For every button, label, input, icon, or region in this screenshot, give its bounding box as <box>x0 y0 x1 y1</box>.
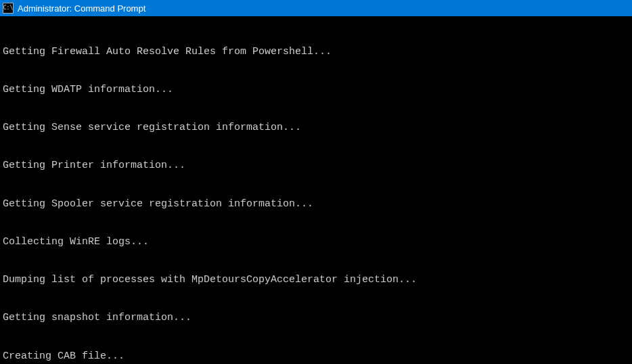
output-line: Getting Spooler service registration inf… <box>3 198 629 211</box>
output-line: Dumping list of processes with MpDetours… <box>3 274 629 287</box>
output-line: Getting snapshot information... <box>3 312 629 325</box>
output-line: Getting WDATP information... <box>3 84 629 97</box>
output-line: Getting Firewall Auto Resolve Rules from… <box>3 46 629 59</box>
window-title: Administrator: Command Prompt <box>18 3 145 14</box>
output-line: Creating CAB file... <box>3 350 629 363</box>
cmd-icon-text: C:\ <box>3 5 13 11</box>
cmd-icon: C:\ <box>3 3 14 14</box>
terminal-output-area[interactable]: Getting Firewall Auto Resolve Rules from… <box>0 16 632 364</box>
output-line: Getting Sense service registration infor… <box>3 122 629 135</box>
output-line: Getting Printer information... <box>3 160 629 173</box>
output-line: Collecting WinRE logs... <box>3 236 629 249</box>
window-titlebar[interactable]: C:\ Administrator: Command Prompt <box>0 0 632 16</box>
